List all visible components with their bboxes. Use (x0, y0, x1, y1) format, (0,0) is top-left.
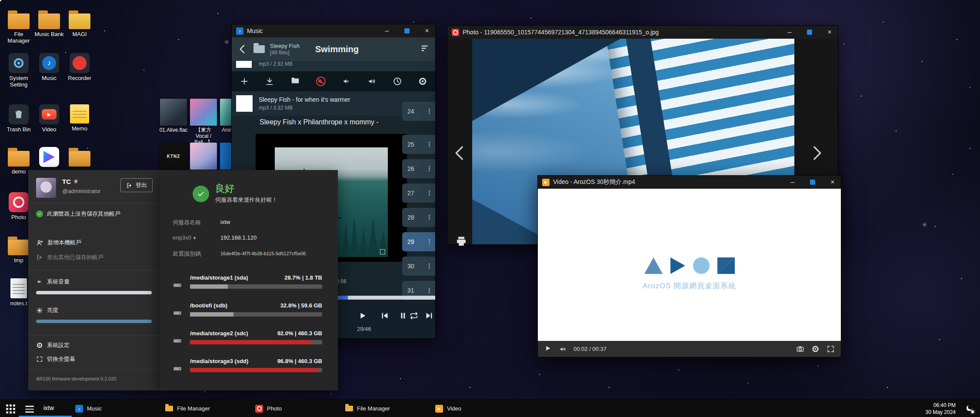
desktop-file[interactable] (190, 143, 217, 170)
window-title: Video - ArozOS 30秒簡介.mp4 (553, 178, 635, 186)
maximize-button[interactable] (801, 26, 818, 39)
trash-icon (9, 104, 29, 124)
maximize-button[interactable] (804, 176, 821, 189)
desktop-icon-memo[interactable]: Memo (64, 104, 95, 132)
arozos-brand-text: ArozOS 開源網頁桌面系統 (538, 281, 841, 291)
back-icon[interactable] (237, 43, 248, 55)
interface-dropdown[interactable]: enp3s0▾ (173, 234, 196, 241)
exit-icon (126, 182, 133, 189)
volume-low-icon[interactable] (342, 77, 351, 86)
fullscreen-icon[interactable] (827, 345, 835, 353)
close-button[interactable]: × (821, 26, 838, 39)
taskbar-item-video[interactable]: ▶ Video (432, 400, 518, 417)
app-launcher-icon[interactable] (6, 404, 15, 414)
add-icon[interactable] (240, 77, 249, 86)
track-row-partial[interactable]: mp3 / 2.92 MB (232, 61, 435, 71)
kebab-menu-icon[interactable]: ⋮ (426, 189, 433, 197)
desktop-icon-video[interactable]: ▶ Video (34, 104, 64, 133)
desktop-icon-music[interactable]: ♪ Music (34, 53, 64, 82)
volume-slider[interactable] (36, 291, 152, 294)
desktop-file[interactable]: 【東方Vocal / Ball...】 (190, 99, 217, 145)
play-icon[interactable] (544, 344, 552, 354)
taskbar-item-file-manager[interactable]: File Manager (162, 400, 248, 417)
desktop-icon-recorder[interactable]: Recorder (64, 53, 95, 82)
track-number-tab[interactable]: 26⋮ (402, 159, 435, 178)
file-label: 01.Alive.flac (160, 127, 188, 133)
taskbar-item-photo[interactable]: Photo (252, 400, 338, 417)
print-icon[interactable] (455, 235, 467, 249)
desktop-icon-play-app[interactable] (34, 147, 64, 169)
minimize-button[interactable]: – (781, 26, 798, 39)
photo-titlebar[interactable]: Photo - 119065550_10157744569721304_4713… (447, 26, 838, 39)
taskbar-item-file-manager-2[interactable]: File Manager (342, 400, 428, 417)
kebab-menu-icon[interactable]: ⋮ (426, 165, 433, 173)
close-button[interactable]: × (419, 24, 435, 37)
desktop-icon-trash-bin[interactable]: Trash Bin (3, 104, 34, 133)
desktop-icon-folder[interactable] (64, 147, 95, 169)
desktop-icon-system-setting[interactable]: System Setting (3, 53, 34, 88)
add-local-account-item[interactable]: 新增本機帳戶 (36, 239, 81, 247)
disk-usage: 32.8% | 59.6 GB (280, 302, 322, 309)
toggle-fullscreen-item[interactable]: 切換全螢幕 (36, 355, 75, 363)
close-button[interactable]: × (824, 176, 841, 189)
maximize-button[interactable] (399, 24, 415, 37)
desktop-file[interactable]: KTNZ (160, 143, 187, 170)
speaker-icon (36, 278, 43, 285)
sort-icon[interactable] (420, 43, 430, 55)
next-photo-arrow[interactable] (807, 144, 826, 162)
brightness-slider[interactable] (36, 320, 152, 323)
video-player[interactable]: ArozOS 開源網頁桌面系統 00:02 / 00:37 (538, 189, 841, 357)
video-titlebar[interactable]: ▶ Video - ArozOS 30秒簡介.mp4 – × (538, 176, 841, 189)
play-store-icon (39, 147, 59, 167)
kebab-menu-icon[interactable]: ⋮ (426, 262, 433, 270)
desktop-icon-music-bank[interactable]: Music Bank (34, 10, 64, 38)
hostname-label[interactable]: ixtw (43, 404, 54, 411)
settings-gear-icon[interactable] (418, 77, 427, 86)
music-titlebar[interactable]: ♪ Music – × (232, 24, 435, 37)
track-number-tab[interactable]: 24⋮ (402, 102, 435, 121)
previous-track-icon[interactable] (380, 311, 390, 322)
track-meta: mp3 / 3.32 MB (259, 105, 293, 111)
chevron-down-icon: ▾ (193, 235, 196, 240)
folder-icon[interactable] (290, 76, 300, 87)
taskbar-item-music[interactable]: ♪ Music (72, 400, 158, 417)
track-number-tab-current[interactable]: 29⋮ (402, 232, 435, 251)
mute-icon[interactable] (559, 345, 567, 353)
previous-photo-arrow[interactable] (451, 144, 469, 162)
desktop-file[interactable]: 01.Alive.flac (160, 99, 187, 133)
minimize-button[interactable]: – (784, 176, 801, 189)
next-track-icon[interactable] (424, 311, 434, 322)
track-number-tab[interactable]: 25⋮ (402, 135, 435, 154)
settings-gear-icon[interactable] (811, 345, 820, 353)
desktop-icon-label: System Setting (3, 75, 34, 88)
disk-usage: 28.7% | 1.8 TB (284, 274, 322, 281)
kebab-menu-icon[interactable]: ⋮ (426, 238, 433, 246)
track-number-tab[interactable]: 27⋮ (402, 183, 435, 203)
kebab-menu-icon[interactable]: ⋮ (426, 214, 433, 221)
pause-icon[interactable] (398, 311, 408, 322)
track-number-tab[interactable]: 30⋮ (402, 257, 435, 276)
starfield-bright (0, 0, 1, 1)
logout-saved-accounts-item[interactable]: 登出其他已儲存的帳戶 (36, 254, 103, 261)
minimize-button[interactable]: – (379, 24, 395, 37)
desktop-icon-magi[interactable]: MAGI (64, 10, 95, 38)
repeat-icon[interactable] (409, 311, 419, 320)
track-number-tab[interactable]: 28⋮ (402, 208, 435, 227)
snapshot-camera-icon[interactable] (796, 345, 804, 353)
history-icon[interactable] (393, 77, 402, 86)
desktop-icon-file-manager[interactable]: File Manager (3, 10, 34, 44)
folder-icon (8, 13, 30, 29)
menu-icon[interactable] (25, 404, 34, 414)
download-icon[interactable] (265, 77, 274, 86)
kebab-menu-icon[interactable]: ⋮ (426, 107, 433, 115)
kebab-menu-icon[interactable]: ⋮ (426, 287, 433, 294)
user-panel: TC @administrator 登出 此瀏覽器上沒有儲存其他帳戶 新增本機帳… (28, 170, 160, 390)
no-other-accounts-row: 此瀏覽器上沒有儲存其他帳戶 (36, 210, 120, 218)
kebab-menu-icon[interactable]: ⋮ (426, 140, 433, 148)
play-icon[interactable] (358, 311, 367, 322)
mute-icon[interactable] (316, 76, 326, 87)
avatar[interactable] (36, 178, 56, 198)
system-settings-item[interactable]: 系統設定 (36, 341, 70, 349)
logout-button[interactable]: 登出 (120, 178, 153, 192)
volume-high-icon[interactable] (367, 77, 377, 86)
